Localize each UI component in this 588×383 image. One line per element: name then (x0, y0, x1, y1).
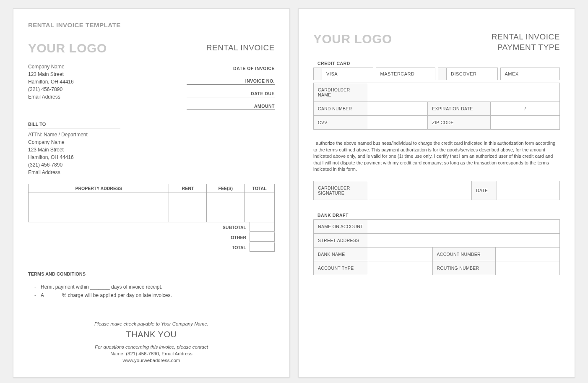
billto-phone: (321) 456-7890 (28, 162, 275, 168)
exp-date-field[interactable]: / (491, 102, 560, 116)
cardholder-signature-label: CARDHOLDER SIGNATURE (314, 181, 368, 200)
bill-to-block: ATTN: Name / Department Company Name 123… (28, 132, 275, 175)
other-row: OTHER (28, 232, 275, 242)
terms-label: TERMS AND CONDITIONS (28, 271, 275, 278)
exp-date-label: EXPIRATION DATE (428, 102, 491, 116)
term-line: Remit payment within _______ days of inv… (41, 284, 275, 290)
billto-street: 123 Main Street (28, 147, 275, 153)
cardholder-name-label: CARDHOLDER NAME (314, 83, 368, 102)
web-address: www.yourwebaddress.com (28, 358, 275, 363)
name-on-account-field[interactable] (368, 220, 560, 234)
option-visa[interactable]: VISA (313, 68, 373, 80)
subtotal-row: SUBTOTAL (28, 222, 275, 232)
billto-attn: ATTN: Name / Department (28, 132, 275, 138)
sig-date-label: DATE (472, 181, 497, 200)
checkbox-icon[interactable] (438, 68, 447, 80)
total-value[interactable] (250, 242, 275, 252)
company-phone: (321) 456-7890 (28, 86, 74, 92)
billto-citystate: Hamilton, OH 44416 (28, 154, 275, 160)
table-row[interactable] (29, 193, 275, 222)
term-line: A ______% charge will be applied per day… (41, 292, 275, 298)
company-email: Email Address (28, 94, 74, 100)
company-name: Company Name (28, 64, 74, 70)
address-meta-row: Company Name 123 Main Street Hamilton, O… (28, 64, 275, 114)
billto-email: Email Address (28, 169, 275, 175)
total-row: TOTAL (28, 242, 275, 253)
terms-list: Remit payment within _______ days of inv… (28, 284, 275, 298)
logo-placeholder: YOUR LOGO (313, 32, 392, 46)
contact-line: Name, (321) 456-7890, Email Address (28, 351, 275, 356)
payable-note: Please make check payable to Your Compan… (28, 321, 275, 326)
checkbox-icon[interactable] (314, 68, 322, 80)
company-street: 123 Main Street (28, 71, 74, 77)
invoice-page-1: RENTAL INVOICE TEMPLATE YOUR LOGO RENTAL… (13, 8, 290, 378)
payment-title: RENTAL INVOICE PAYMENT TYPE (492, 32, 560, 52)
bank-name-label: BANK NAME (314, 248, 368, 261)
col-total: TOTAL (245, 184, 275, 193)
meta-block: DATE OF INVOICE INVOICE NO. DATE DUE AMO… (187, 64, 275, 114)
doc-title: RENTAL INVOICE (206, 43, 275, 52)
bank-form: NAME ON ACCOUNT STREET ADDRESS BANK NAME… (313, 219, 560, 275)
option-discover[interactable]: DISCOVER (438, 68, 498, 80)
cardholder-name-field[interactable] (368, 83, 560, 102)
billto-company: Company Name (28, 139, 275, 145)
option-mastercard[interactable]: MASTERCARD (376, 68, 436, 80)
bank-name-field[interactable] (368, 248, 433, 261)
name-on-account-label: NAME ON ACCOUNT (314, 220, 368, 234)
meta-invoice-no[interactable]: INVOICE NO. (187, 76, 275, 85)
invoice-page-2: YOUR LOGO RENTAL INVOICE PAYMENT TYPE CR… (298, 8, 575, 378)
col-rent: RENT (169, 184, 207, 193)
header-row: YOUR LOGO RENTAL INVOICE PAYMENT TYPE (313, 32, 560, 52)
credit-card-label: CREDIT CARD (317, 61, 560, 66)
property-table: PROPERTY ADDRESS RENT FEE(S) TOTAL (28, 184, 275, 222)
cardholder-signature-field[interactable] (368, 181, 472, 200)
authorization-text: I authorize the above named business/ind… (313, 140, 560, 172)
routing-number-field[interactable] (495, 261, 560, 275)
contact-note: For questions concerning this invoice, p… (28, 344, 275, 349)
cvv-field[interactable] (368, 116, 428, 130)
account-number-label: ACCOUNT NUMBER (432, 248, 495, 261)
card-number-field[interactable] (368, 102, 428, 116)
col-property-address: PROPERTY ADDRESS (29, 184, 169, 193)
account-type-field[interactable] (368, 261, 433, 275)
col-fees: FEE(S) (207, 184, 245, 193)
meta-date-of-invoice[interactable]: DATE OF INVOICE (187, 64, 275, 72)
cc-form: CARDHOLDER NAME CARD NUMBER EXPIRATION D… (313, 83, 560, 130)
cvv-label: CVV (314, 116, 368, 130)
street-address-label: STREET ADDRESS (314, 234, 368, 248)
account-type-label: ACCOUNT TYPE (314, 261, 368, 275)
meta-amount[interactable]: AMOUNT (187, 102, 275, 110)
signature-table: CARDHOLDER SIGNATURE DATE (313, 181, 560, 200)
card-number-label: CARD NUMBER (314, 102, 368, 116)
street-address-field[interactable] (368, 234, 560, 248)
company-citystate: Hamilton, OH 44416 (28, 79, 74, 85)
thank-you: THANK YOU (28, 330, 275, 339)
header-row: YOUR LOGO RENTAL INVOICE (28, 41, 275, 55)
bank-draft-label: BANK DRAFT (317, 213, 560, 218)
logo-placeholder: YOUR LOGO (28, 41, 107, 55)
sig-date-field[interactable] (497, 181, 560, 200)
template-title: RENTAL INVOICE TEMPLATE (28, 21, 275, 29)
footer: Please make check payable to Your Compan… (28, 321, 275, 363)
zip-field[interactable] (491, 116, 560, 130)
account-number-field[interactable] (495, 248, 560, 261)
routing-number-label: ROUTING NUMBER (432, 261, 495, 275)
zip-label: ZIP CODE (428, 116, 491, 130)
other-value[interactable] (250, 232, 275, 242)
company-block: Company Name 123 Main Street Hamilton, O… (28, 64, 74, 114)
card-type-row: VISA MASTERCARD DISCOVER AMEX (313, 68, 560, 80)
meta-date-due[interactable]: DATE DUE (187, 89, 275, 97)
option-amex[interactable]: AMEX (500, 68, 560, 80)
subtotal-value[interactable] (250, 222, 275, 232)
bill-to-label: BILL TO (28, 122, 120, 128)
